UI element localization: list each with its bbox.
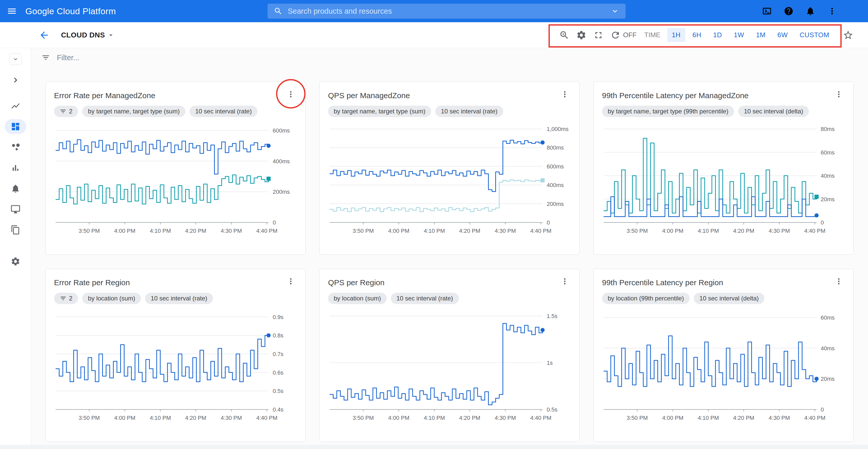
time-range-custom[interactable]: CUSTOM [795, 28, 834, 42]
left-navigation-rail [0, 22, 31, 449]
svg-text:60ms: 60ms [821, 314, 835, 321]
sidebar-item-reports[interactable] [5, 160, 26, 175]
svg-text:4:30 PM: 4:30 PM [495, 415, 516, 421]
chart-more-button[interactable] [285, 88, 297, 100]
svg-text:200ms: 200ms [547, 201, 564, 207]
time-range-1w[interactable]: 1W [729, 28, 749, 42]
chip-row: by location (99th percentile)10 sec inte… [602, 293, 845, 304]
sidebar-item-metrics-explorer[interactable] [5, 98, 26, 114]
time-range-1h[interactable]: 1H [667, 28, 685, 42]
filter-icon [60, 108, 66, 115]
chart-card: QPS per ManagedZone by target name, targ… [319, 82, 580, 255]
chart-more-button[interactable] [559, 275, 571, 288]
svg-text:3:50 PM: 3:50 PM [352, 228, 374, 234]
chip[interactable]: 10 sec interval (delta) [738, 106, 809, 117]
workspace-dropdown-button[interactable] [9, 54, 22, 65]
filter-input[interactable] [57, 54, 858, 62]
chart-title: QPS per Region [328, 278, 384, 287]
time-label: TIME [644, 31, 660, 39]
chip[interactable]: 10 sec interval (delta) [694, 293, 764, 304]
svg-text:4:00 PM: 4:00 PM [662, 415, 683, 421]
chip-row: 2by target name, target type (sum)10 sec… [54, 106, 297, 117]
sidebar-item-alerting[interactable] [5, 181, 26, 196]
svg-text:4:10 PM: 4:10 PM [698, 228, 719, 234]
chip[interactable]: 10 sec interval (rate) [391, 293, 459, 304]
sidebar-item-dashboards[interactable] [5, 119, 26, 134]
filter-icon [41, 53, 50, 62]
header-actions [762, 0, 837, 22]
chip[interactable]: 10 sec interval (rate) [145, 293, 213, 304]
time-range-6h[interactable]: 6H [688, 28, 706, 42]
chart-more-button[interactable] [285, 275, 297, 288]
sidebar-item-groups[interactable] [5, 222, 26, 237]
chip[interactable]: by target name, target type (99th percen… [602, 106, 734, 117]
settings-button[interactable] [576, 30, 587, 40]
svg-text:0.5s: 0.5s [273, 388, 284, 394]
chip[interactable]: 10 sec interval (rate) [189, 106, 257, 117]
chip[interactable]: 10 sec interval (rate) [435, 106, 503, 117]
svg-text:4:10 PM: 4:10 PM [150, 228, 171, 234]
help-button[interactable] [784, 6, 794, 16]
chip-row: 2by location (sum)10 sec interval (rate) [54, 293, 297, 304]
time-range-1d[interactable]: 1D [709, 28, 726, 42]
chart-area[interactable]: 020ms40ms60ms80ms3:50 PM4:00 PM4:10 PM4:… [602, 120, 845, 238]
dropdown-caret-icon [107, 31, 115, 39]
dashboard-selector[interactable]: CLOUD DNS [61, 31, 115, 39]
svg-text:4:40 PM: 4:40 PM [530, 415, 551, 421]
cloud-shell-icon [762, 6, 772, 16]
filter-count-chip[interactable]: 2 [54, 106, 78, 117]
sidebar-item-settings[interactable] [5, 254, 26, 269]
search-input[interactable] [288, 7, 606, 15]
time-range-6w[interactable]: 6W [773, 28, 793, 42]
svg-text:3:50 PM: 3:50 PM [352, 415, 374, 421]
time-range-1m[interactable]: 1M [751, 28, 770, 42]
filter-count-chip[interactable]: 2 [54, 293, 78, 304]
sidebar-expand-button[interactable] [10, 75, 21, 85]
svg-text:3:50 PM: 3:50 PM [79, 228, 100, 234]
chart-card-header: Error Rate per Region [54, 275, 297, 288]
chip-row: by location (sum)10 sec interval (rate) [328, 293, 571, 304]
back-button[interactable] [39, 30, 50, 40]
fullscreen-button[interactable] [593, 30, 603, 40]
more-vert-icon [560, 277, 569, 286]
cloud-shell-button[interactable] [762, 6, 772, 16]
chart-card-header: QPS per Region [328, 275, 571, 288]
search-bar[interactable] [268, 4, 625, 19]
sidebar-item-uptime-checks[interactable] [5, 202, 26, 217]
chart-more-button[interactable] [833, 275, 845, 288]
chip[interactable]: by location (sum) [82, 293, 141, 304]
more-options-button[interactable] [827, 6, 837, 16]
chart-area[interactable]: 0200ms400ms600ms3:50 PM4:00 PM4:10 PM4:2… [54, 120, 297, 238]
svg-text:0: 0 [547, 219, 550, 226]
line-chart-icon [10, 101, 21, 111]
favorite-button[interactable] [843, 30, 854, 40]
chart-area[interactable]: 0.5s1s1.5s3:50 PM4:00 PM4:10 PM4:20 PM4:… [328, 307, 571, 425]
chip[interactable]: by location (99th percentile) [602, 293, 690, 304]
chart-title: Error Rate per Region [54, 278, 130, 287]
chart-more-button[interactable] [833, 88, 845, 100]
svg-text:4:10 PM: 4:10 PM [424, 228, 445, 234]
chip[interactable]: by target name, target type (sum) [328, 106, 431, 117]
chip[interactable]: by target name, target type (sum) [82, 106, 185, 117]
chart-card: 99th Percentile Latency per Region by lo… [593, 269, 854, 442]
svg-text:20ms: 20ms [821, 196, 835, 202]
sidebar-item-services[interactable] [5, 140, 26, 155]
chip[interactable]: by location (sum) [328, 293, 387, 304]
back-arrow-icon [39, 30, 50, 40]
zoom-in-button[interactable] [559, 30, 569, 40]
chart-area[interactable]: 020ms40ms60ms3:50 PM4:00 PM4:10 PM4:20 P… [602, 307, 845, 425]
svg-text:4:30 PM: 4:30 PM [495, 228, 516, 234]
svg-text:4:40 PM: 4:40 PM [804, 415, 825, 421]
sidebar-items [5, 98, 26, 269]
hamburger-menu-button[interactable] [3, 0, 21, 22]
filter-bar[interactable] [31, 48, 868, 67]
chart-card-header: 99th Percentile Latency per Region [602, 275, 845, 288]
chevron-down-icon[interactable] [611, 7, 619, 15]
svg-text:4:00 PM: 4:00 PM [114, 228, 135, 234]
chart-area[interactable]: 0.4s0.5s0.6s0.7s0.8s0.9s3:50 PM4:00 PM4:… [54, 307, 297, 425]
chart-area[interactable]: 0200ms400ms600ms800ms1,000ms3:50 PM4:00 … [328, 120, 571, 238]
horizontal-scrollbar[interactable] [0, 445, 868, 449]
chart-more-button[interactable] [559, 88, 571, 100]
auto-refresh-button[interactable]: OFF [610, 30, 637, 40]
notifications-button[interactable] [805, 6, 815, 16]
